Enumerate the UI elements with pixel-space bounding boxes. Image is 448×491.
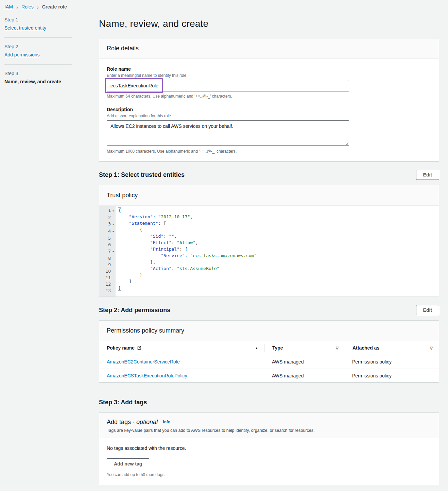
code-fold-icon[interactable]: ▾ bbox=[111, 249, 116, 255]
breadcrumb-chevron-icon: › bbox=[16, 4, 18, 10]
trust-policy-editor: 1▾23▾4▾567▾8910111213 { "Version": "2012… bbox=[99, 206, 439, 297]
description-field: Description Add a short explanation for … bbox=[107, 107, 431, 154]
step-number-label: Step 1 bbox=[4, 17, 72, 22]
code-line: "Principal": { bbox=[118, 246, 435, 252]
step2-row: Step 2: Add permissions Edit bbox=[99, 305, 439, 315]
step2-heading: Step 2: Add permissions bbox=[99, 307, 170, 314]
role-details-panel: Role details Role name Enter a meaningfu… bbox=[99, 38, 439, 162]
line-number: 9 bbox=[103, 261, 111, 268]
role-details-title: Role details bbox=[107, 45, 431, 52]
step3-heading: Step 3: Add tags bbox=[99, 399, 147, 406]
code-fold-icon[interactable]: ▾ bbox=[111, 228, 116, 235]
line-number: 6 bbox=[103, 241, 111, 248]
step-number-label: Step 3 bbox=[4, 71, 72, 76]
type-header-label: Type bbox=[272, 345, 283, 351]
line-number: 5 bbox=[103, 235, 111, 241]
add-tags-title: Add tags - optional Info bbox=[107, 419, 431, 426]
permissions-table-header: Policy name ▲ Type ▽ Attached as ▽ bbox=[99, 341, 439, 355]
role-name-help: Enter a meaningful name to identify this… bbox=[107, 73, 431, 78]
code-fold-icon[interactable]: ▾ bbox=[111, 221, 116, 228]
code-fold-icon[interactable]: ▾ bbox=[111, 208, 116, 214]
no-tags-text: No tags associated with the resource. bbox=[107, 445, 431, 451]
sidebar-step-3: Name, review, and create bbox=[4, 79, 72, 84]
code-line: "Version": "2012-10-17", bbox=[118, 214, 435, 220]
step3-row: Step 3: Add tags bbox=[99, 397, 439, 407]
add-tags-description: Tags are key-value pairs that you can ad… bbox=[107, 428, 431, 433]
breadcrumb: IAM›Roles›Create role bbox=[4, 4, 67, 10]
table-row: AmazonECSTaskExecutionRolePolicyAWS mana… bbox=[99, 369, 439, 382]
role-name-input[interactable] bbox=[107, 80, 349, 91]
code-line: "Service": "ecs-tasks.amazonaws.com" bbox=[118, 252, 435, 259]
add-tags-title-prefix: Add tags - bbox=[107, 419, 136, 425]
policy-link[interactable]: AmazonEC2ContainerServiceRole bbox=[107, 359, 180, 365]
breadcrumb-item[interactable]: Roles bbox=[21, 4, 34, 10]
policy-type-cell: AWS managed bbox=[264, 359, 345, 365]
line-number: 11 bbox=[103, 274, 111, 281]
add-tags-panel: Add tags - optional Info Tags are key-va… bbox=[99, 412, 439, 486]
trust-policy-panel: Trust policy 1▾23▾4▾567▾8910111213 { "Ve… bbox=[99, 185, 439, 297]
code-lines: { "Version": "2012-10-17", "Statement": … bbox=[116, 206, 439, 297]
line-number: 13 bbox=[103, 287, 111, 294]
step-number-label: Step 2 bbox=[4, 44, 72, 49]
external-link-icon bbox=[137, 346, 141, 350]
line-number: 1 bbox=[103, 207, 111, 214]
tags-limit-text: You can add up to 50 more tags. bbox=[107, 472, 431, 477]
step2-edit-button[interactable]: Edit bbox=[416, 305, 439, 315]
column-header-type[interactable]: Type ▽ bbox=[264, 344, 345, 352]
line-number: 12 bbox=[103, 281, 111, 287]
trust-policy-title: Trust policy bbox=[107, 192, 431, 199]
line-number: 4 bbox=[103, 228, 111, 234]
line-number: 3 bbox=[103, 221, 111, 227]
code-line: }, bbox=[118, 259, 435, 265]
code-line: "Sid": "", bbox=[118, 233, 435, 239]
breadcrumb-item[interactable]: IAM bbox=[4, 4, 13, 10]
policy-link[interactable]: AmazonECSTaskExecutionRolePolicy bbox=[107, 373, 187, 378]
add-tags-body: No tags associated with the resource. Ad… bbox=[99, 438, 439, 486]
sort-ascending-icon: ▲ bbox=[255, 346, 258, 350]
permissions-table-rows: AmazonEC2ContainerServiceRoleAWS managed… bbox=[99, 355, 439, 382]
code-line: { bbox=[118, 207, 435, 214]
main-content: Name, review, and create Role details Ro… bbox=[99, 0, 439, 491]
page-title: Name, review, and create bbox=[99, 18, 439, 29]
trust-policy-header: Trust policy bbox=[99, 185, 439, 206]
policy-name-header-label: Policy name bbox=[107, 345, 141, 351]
step1-edit-button[interactable]: Edit bbox=[416, 170, 439, 180]
description-textarea[interactable]: Allows EC2 instances to call AWS service… bbox=[107, 120, 349, 146]
column-header-policy-name[interactable]: Policy name ▲ bbox=[99, 344, 264, 352]
attached-as-cell: Permissions policy bbox=[345, 373, 439, 378]
code-gutter: 1▾23▾4▾567▾8910111213 bbox=[99, 206, 116, 297]
attached-as-header-label: Attached as bbox=[352, 345, 379, 351]
breadcrumb-item: Create role bbox=[42, 4, 67, 10]
permissions-header: Permissions policy summary bbox=[99, 321, 439, 341]
column-header-attached-as[interactable]: Attached as ▽ bbox=[345, 344, 439, 352]
description-label: Description bbox=[107, 107, 431, 112]
code-line: ] bbox=[118, 278, 435, 285]
add-tags-title-optional: optional bbox=[136, 419, 158, 425]
line-number: 2 bbox=[103, 214, 111, 221]
sidebar-step-2[interactable]: Add permissions bbox=[4, 52, 40, 57]
role-name-label: Role name bbox=[107, 66, 431, 72]
role-name-field: Role name Enter a meaningful name to ide… bbox=[107, 66, 431, 99]
line-number: 8 bbox=[103, 255, 111, 261]
line-number: 7 bbox=[103, 248, 111, 254]
description-constraint: Maximum 1000 characters. Use alphanumeri… bbox=[107, 149, 431, 154]
steps-sidebar: Step 1Select trusted entityStep 2Add per… bbox=[4, 17, 72, 84]
code-line: "Effect": "Allow", bbox=[118, 239, 435, 246]
attached-as-cell: Permissions policy bbox=[345, 359, 439, 365]
table-row: AmazonEC2ContainerServiceRoleAWS managed… bbox=[99, 355, 439, 369]
line-number: 10 bbox=[103, 268, 111, 274]
role-name-constraint: Maximum 64 characters. Use alphanumeric … bbox=[107, 94, 431, 99]
description-help: Add a short explanation for this role. bbox=[107, 114, 431, 118]
code-line: } bbox=[118, 285, 435, 291]
role-details-body: Role name Enter a meaningful name to ide… bbox=[99, 59, 439, 161]
add-tags-header: Add tags - optional Info Tags are key-va… bbox=[99, 413, 439, 438]
code-line: { bbox=[118, 226, 435, 233]
policy-type-cell: AWS managed bbox=[264, 373, 345, 378]
add-new-tag-button[interactable]: Add new tag bbox=[107, 458, 149, 469]
info-link[interactable]: Info bbox=[163, 420, 170, 424]
sort-toggle-icon: ▽ bbox=[430, 346, 433, 350]
permissions-panel: Permissions policy summary Policy name ▲… bbox=[99, 320, 439, 383]
breadcrumb-chevron-icon: › bbox=[37, 4, 39, 10]
sidebar-step-1[interactable]: Select trusted entity bbox=[4, 25, 46, 31]
code-line: "Statement": [ bbox=[118, 220, 435, 226]
